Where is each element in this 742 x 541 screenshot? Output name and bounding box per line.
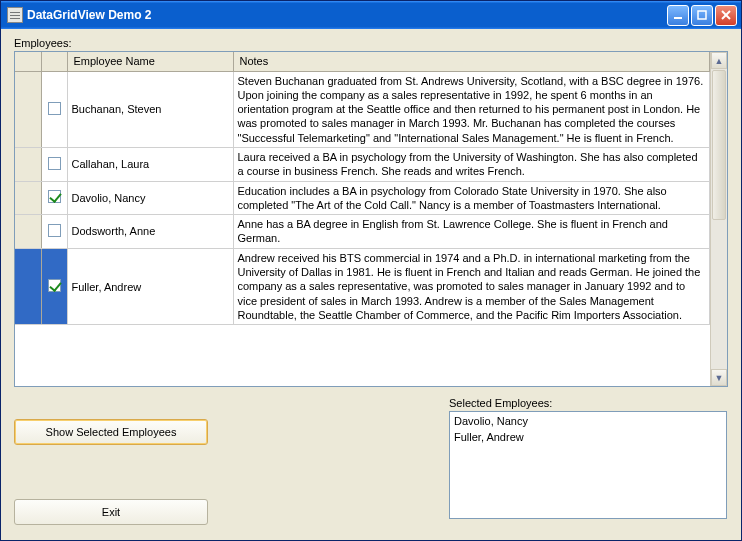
titlebar: DataGridView Demo 2 (1, 1, 741, 29)
selected-label: Selected Employees: (449, 397, 728, 409)
maximize-button[interactable] (691, 5, 713, 26)
list-item[interactable]: Davolio, Nancy (454, 414, 722, 430)
row-checkbox[interactable] (48, 157, 61, 170)
employee-name-cell[interactable]: Fuller, Andrew (67, 248, 233, 324)
row-checkbox[interactable] (48, 224, 61, 237)
table-row[interactable]: Davolio, NancyEducation includes a BA in… (15, 181, 710, 215)
row-checkbox-cell[interactable] (41, 71, 67, 147)
row-checkbox-cell[interactable] (41, 147, 67, 181)
close-icon (721, 10, 731, 20)
minimize-icon (673, 10, 683, 20)
app-icon (7, 7, 23, 23)
selected-employees-listbox[interactable]: Davolio, NancyFuller, Andrew (449, 411, 727, 519)
employee-notes-cell[interactable]: Steven Buchanan graduated from St. Andre… (233, 71, 710, 147)
employees-grid[interactable]: Employee Name Notes Buchanan, StevenStev… (14, 51, 728, 387)
notes-column-header[interactable]: Notes (233, 52, 710, 71)
employee-notes-cell[interactable]: Anne has a BA degree in English from St.… (233, 215, 710, 249)
window-title: DataGridView Demo 2 (27, 8, 665, 22)
employee-name-cell[interactable]: Buchanan, Steven (67, 71, 233, 147)
employees-label: Employees: (14, 37, 71, 49)
table-row[interactable]: Fuller, AndrewAndrew received his BTS co… (15, 248, 710, 324)
employee-notes-cell[interactable]: Laura received a BA in psychology from t… (233, 147, 710, 181)
row-checkbox[interactable] (48, 279, 61, 292)
grid-scrollbar[interactable]: ▲ ▼ (710, 52, 727, 386)
row-header[interactable] (15, 147, 41, 181)
employee-name-cell[interactable]: Davolio, Nancy (67, 181, 233, 215)
table-row[interactable]: Dodsworth, AnneAnne has a BA degree in E… (15, 215, 710, 249)
row-checkbox-cell[interactable] (41, 215, 67, 249)
close-button[interactable] (715, 5, 737, 26)
row-checkbox-cell[interactable] (41, 181, 67, 215)
employee-notes-cell[interactable]: Education includes a BA in psychology fr… (233, 181, 710, 215)
row-header[interactable] (15, 71, 41, 147)
svg-rect-1 (698, 11, 706, 19)
list-item[interactable]: Fuller, Andrew (454, 430, 722, 446)
employee-notes-cell[interactable]: Andrew received his BTS commercial in 19… (233, 248, 710, 324)
app-window: DataGridView Demo 2 Employees: Employee … (0, 0, 742, 541)
svg-rect-0 (674, 17, 682, 19)
row-header-column[interactable] (15, 52, 41, 71)
row-checkbox-cell[interactable] (41, 248, 67, 324)
table-row[interactable]: Buchanan, StevenSteven Buchanan graduate… (15, 71, 710, 147)
show-selected-button[interactable]: Show Selected Employees (14, 419, 208, 445)
row-header[interactable] (15, 248, 41, 324)
scroll-thumb[interactable] (712, 70, 726, 220)
minimize-button[interactable] (667, 5, 689, 26)
scroll-down-button[interactable]: ▼ (711, 369, 727, 386)
maximize-icon (697, 10, 707, 20)
exit-button[interactable]: Exit (14, 499, 208, 525)
scroll-up-button[interactable]: ▲ (711, 52, 727, 69)
row-header[interactable] (15, 215, 41, 249)
name-column-header[interactable]: Employee Name (67, 52, 233, 71)
client-area: Employees: Employee Name Notes Buchanan,… (4, 29, 738, 537)
row-checkbox[interactable] (48, 102, 61, 115)
employee-name-cell[interactable]: Dodsworth, Anne (67, 215, 233, 249)
table-row[interactable]: Callahan, LauraLaura received a BA in ps… (15, 147, 710, 181)
row-checkbox[interactable] (48, 190, 61, 203)
employee-name-cell[interactable]: Callahan, Laura (67, 147, 233, 181)
checkbox-column-header[interactable] (41, 52, 67, 71)
row-header[interactable] (15, 181, 41, 215)
